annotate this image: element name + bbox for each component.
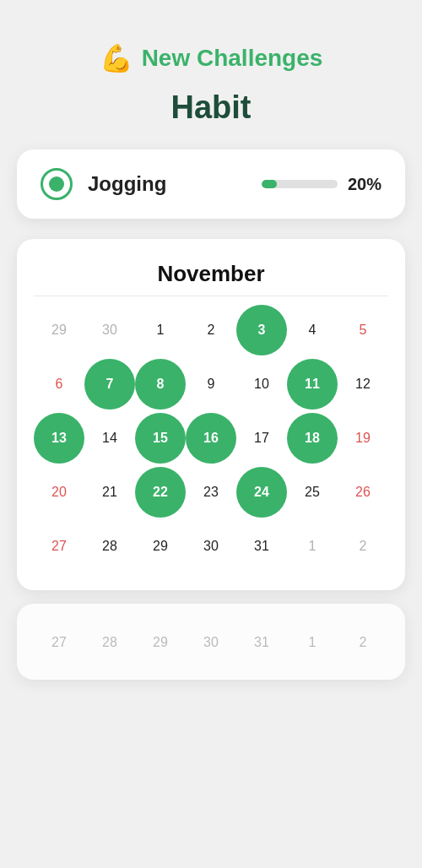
calendar-day[interactable]: 18 <box>287 413 338 464</box>
calendar-day[interactable]: 27 <box>34 521 84 572</box>
calendar-day[interactable]: 21 <box>84 467 135 518</box>
calendar-day[interactable]: 20 <box>34 467 84 518</box>
calendar-day-behind: 31 <box>236 617 287 668</box>
calendar-day-behind: 1 <box>287 617 338 668</box>
calendar-day-behind: 2 <box>338 617 388 668</box>
calendar-day[interactable]: 15 <box>135 413 186 464</box>
progress-bar-fill <box>262 180 277 188</box>
calendar-day[interactable]: 30 <box>84 305 135 355</box>
calendar-day[interactable]: 16 <box>186 413 236 464</box>
calendar-day[interactable]: 4 <box>287 305 338 355</box>
progress-bar-background <box>262 180 338 188</box>
calendar-day[interactable]: 10 <box>236 359 287 410</box>
calendar-day[interactable]: 30 <box>186 521 236 572</box>
calendar-day[interactable]: 25 <box>287 467 338 518</box>
calendar-day[interactable]: 19 <box>338 413 388 464</box>
calendar-day-behind: 30 <box>186 617 236 668</box>
calendar-day-behind: 29 <box>135 617 186 668</box>
calendar-day[interactable]: 26 <box>338 467 388 518</box>
habit-status-icon[interactable] <box>41 168 73 200</box>
calendar-day[interactable]: 31 <box>236 521 287 572</box>
calendar-day[interactable]: 23 <box>186 467 236 518</box>
calendar-grid-behind: 272829303112 <box>34 617 388 668</box>
calendar-day-behind: 27 <box>34 617 84 668</box>
page-header: 💪 New Challenges <box>100 42 323 74</box>
page-title: Habit <box>171 90 252 126</box>
calendar-day[interactable]: 9 <box>186 359 236 410</box>
habit-name: Jogging <box>88 172 246 196</box>
calendar-day-behind: 28 <box>84 617 135 668</box>
calendar-card: November 2930123456789101112131415161718… <box>17 239 405 590</box>
calendar-day[interactable]: 1 <box>287 521 338 572</box>
calendar-day[interactable]: 12 <box>338 359 388 410</box>
calendar-day[interactable]: 5 <box>338 305 388 355</box>
muscle-emoji: 💪 <box>100 42 133 74</box>
progress-percent: 20% <box>348 175 381 194</box>
calendar-day[interactable]: 28 <box>84 521 135 572</box>
calendar-divider <box>34 296 388 296</box>
calendar-day[interactable]: 24 <box>236 467 287 518</box>
calendar-day[interactable]: 3 <box>236 305 287 355</box>
habit-icon-inner <box>49 176 64 192</box>
calendar-day[interactable]: 8 <box>135 359 186 410</box>
calendar-day[interactable]: 1 <box>135 305 186 355</box>
calendar-day[interactable]: 14 <box>84 413 135 464</box>
calendar-month: November <box>34 261 388 287</box>
habit-card: Jogging 20% <box>17 149 405 219</box>
calendar-day[interactable]: 11 <box>287 359 338 410</box>
header-title: New Challenges <box>142 45 323 72</box>
calendar-day[interactable]: 22 <box>135 467 186 518</box>
calendar-day[interactable]: 2 <box>186 305 236 355</box>
calendar-day[interactable]: 29 <box>34 305 84 355</box>
calendar-day[interactable]: 2 <box>338 521 388 572</box>
calendar-card-behind: 272829303112 <box>17 604 405 680</box>
calendar-day[interactable]: 29 <box>135 521 186 572</box>
calendar-day[interactable]: 17 <box>236 413 287 464</box>
progress-wrap: 20% <box>262 175 381 194</box>
calendar-grid: 2930123456789101112131415161718192021222… <box>34 305 388 572</box>
calendar-day[interactable]: 7 <box>84 359 135 410</box>
calendar-day[interactable]: 6 <box>34 359 84 410</box>
calendar-day[interactable]: 13 <box>34 413 84 464</box>
